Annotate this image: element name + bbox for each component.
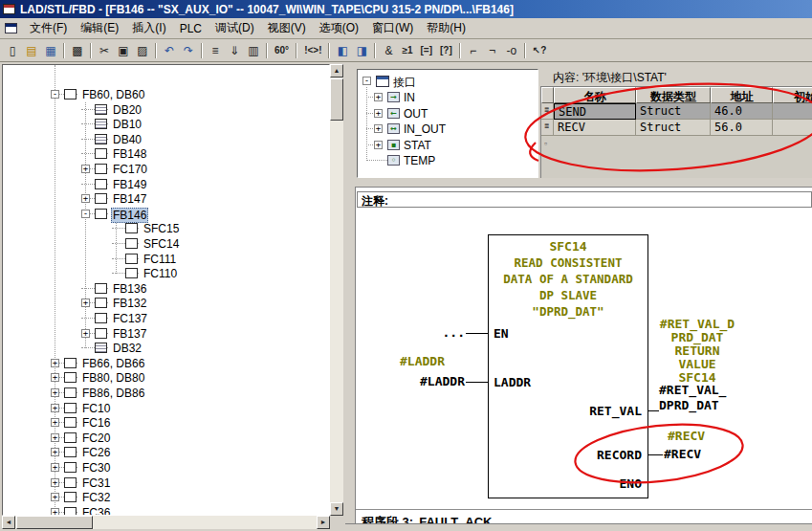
interface-tree[interactable]: -接口+→IN+←OUT+↔IN_OUT+▪STAT◦TEMP [357,69,538,178]
expand-box[interactable]: + [51,418,59,427]
menu-edit[interactable]: 编辑(E) [74,17,125,39]
operand-ret-val[interactable]: #RET_VAL_DPRD_DAT [659,383,726,413]
fbd-editor[interactable]: 注释: ... #LADDR #LADDR #RET_VAL_DPRD_DATR… [355,187,812,523]
scroll-left-button[interactable]: ◄ [2,516,15,529]
menu-options[interactable]: 选项(O) [313,17,365,39]
new-button[interactable]: ▯ [3,41,22,59]
call-structure-button[interactable]: ≡ [206,41,225,59]
undo-button[interactable]: ↶ [160,41,179,59]
title-bar[interactable]: LAD/STL/FBD - [FB146 -- "SX_AUX_IO" -- 1… [0,0,812,18]
cell-initial[interactable] [773,120,812,136]
context-help-button[interactable]: ↖? [529,41,551,59]
expand-box[interactable]: + [81,194,90,203]
expand-box[interactable]: + [374,93,383,101]
copy-button[interactable]: ▣ [114,41,133,59]
monitor-glasses-button[interactable]: 60° [271,41,293,59]
declaration-row-icon[interactable]: ≣ [541,103,554,120]
operand-en[interactable]: ... [427,325,465,340]
tree-item-fb148[interactable]: FB148 [3,146,328,161]
tree-vertical-scrollbar[interactable]: ▲ ▼ [330,64,343,516]
open-button[interactable]: ▤ [22,41,41,59]
scroll-right-button[interactable]: ► [317,516,330,529]
tree-item-db40[interactable]: DB40 [3,132,328,146]
child-window-icon[interactable] [5,23,17,33]
tree-item-fb80-db80[interactable]: +FB80, DB80 [3,370,328,385]
view-overview-button[interactable]: ◧ [333,41,352,59]
tree-item-fb149[interactable]: FB149 [3,177,328,191]
declaration-row-send[interactable]: ≣SENDStruct46.0 [541,103,812,120]
menu-insert[interactable]: 插入(I) [125,17,172,39]
cut-button[interactable]: ✂ [95,41,114,59]
tree-item-fb146[interactable]: -FB146 [3,207,328,221]
expand-box[interactable]: + [51,404,59,412]
symbol-bounds-button[interactable]: !<>! [300,41,325,59]
pin-ret-val[interactable]: RET_VAL [589,404,642,418]
expand-box[interactable]: + [51,433,59,442]
cell-name[interactable]: SEND [554,103,636,120]
tree-item-fc30[interactable]: +FC30 [3,460,328,475]
fbd-empty-box-button[interactable]: [?] [436,41,456,59]
tree-item-sfc14[interactable]: SFC14 [3,236,328,251]
tree-item-fb137[interactable]: +FB137 [3,326,328,341]
tree-item-fc32[interactable]: +FC32 [3,490,328,504]
tree-item-fb132[interactable]: +FB132 [3,296,328,310]
tree-item-fc111[interactable]: FC111 [3,252,328,266]
symbol-recv[interactable]: #RECV [668,429,705,443]
interface-item-in[interactable]: +→IN [358,90,538,105]
block-tree[interactable]: -FB60, DB60DB20DB10DB40FB148+FC170FB149+… [2,64,330,516]
interface-item-out[interactable]: +←OUT [358,106,538,122]
interface-item-temp[interactable]: ◦TEMP [358,153,538,168]
tree-item-sfc15[interactable]: SFC15 [3,221,328,235]
pin-en[interactable]: EN [494,326,509,341]
negate-input-button[interactable]: -o [502,41,521,59]
cell-name[interactable]: RECV [554,120,636,136]
collapse-box[interactable]: - [362,77,371,85]
column-header-type[interactable]: 数据类型 [636,87,711,103]
tree-item-fc16[interactable]: +FC16 [3,415,328,430]
menu-window[interactable]: 窗口(W) [365,17,420,39]
paste-button[interactable]: ▨ [133,41,152,59]
expand-box[interactable]: + [51,388,59,397]
tree-item-fb147[interactable]: +FB147 [3,191,328,206]
fbd-and-box-button[interactable]: & [379,41,398,59]
menu-help[interactable]: 帮助(H) [420,17,472,39]
expand-box[interactable]: + [81,165,90,173]
branch-close-button[interactable]: ¬ [483,41,502,59]
cell-address[interactable]: 46.0 [711,103,773,120]
expand-box[interactable]: + [374,109,383,118]
column-header-address[interactable]: 地址 [711,87,773,103]
operand-laddr[interactable]: #LADDR [405,374,465,388]
cell-initial[interactable] [773,103,812,120]
menu-view[interactable]: 视图(V) [261,17,313,39]
tree-item-fc137[interactable]: FC137 [3,311,328,325]
collapse-box[interactable]: - [51,90,59,99]
symbol-ret-val[interactable]: #RET_VAL_DPRD_DATRETURNVALUESFC14 [653,317,741,384]
declaration-row-icon[interactable]: ≣ [541,120,554,136]
tree-item-fb86-db86[interactable]: +FB86, DB86 [3,386,328,400]
save-button[interactable]: ▦ [41,41,60,59]
tree-item-fc10[interactable]: +FC10 [3,401,328,415]
operand-recv[interactable]: #RECV [664,447,701,461]
tree-item-fb66-db66[interactable]: +FB66, DB66 [3,356,328,370]
tree-item-fc26[interactable]: +FC26 [3,445,328,459]
expand-box[interactable]: + [374,124,383,133]
cell-address[interactable]: 56.0 [711,120,773,136]
tree-item-db32[interactable]: DB32 [3,341,328,355]
print-button[interactable]: ▩ [68,41,87,59]
interface-item-in-out[interactable]: +↔IN_OUT [358,122,538,137]
scroll-down-button[interactable]: ▼ [330,502,343,516]
cell-datatype[interactable]: Struct [636,103,711,120]
download-button[interactable]: ⇓ [225,41,244,59]
branch-open-button[interactable]: ⌐ [464,41,483,59]
network-comment[interactable]: 注释: [357,191,812,208]
declaration-table[interactable]: 名称数据类型地址初始值≣SENDStruct46.0≣RECVStruct56.… [540,86,812,178]
menu-debug[interactable]: 调试(D) [208,17,261,39]
tree-item-fc110[interactable]: FC110 [3,266,328,280]
interface-item-stat[interactable]: +▪STAT [358,138,538,153]
redo-button[interactable]: ↷ [179,41,198,59]
accessible-nodes-button[interactable]: ▥ [244,41,263,59]
column-header-initial[interactable]: 初始值 [773,87,812,103]
tree-item-fc31[interactable]: +FC31 [3,476,328,490]
tree-horizontal-scrollbar[interactable]: ◄ ► [2,516,330,529]
expand-box[interactable]: + [51,478,59,487]
